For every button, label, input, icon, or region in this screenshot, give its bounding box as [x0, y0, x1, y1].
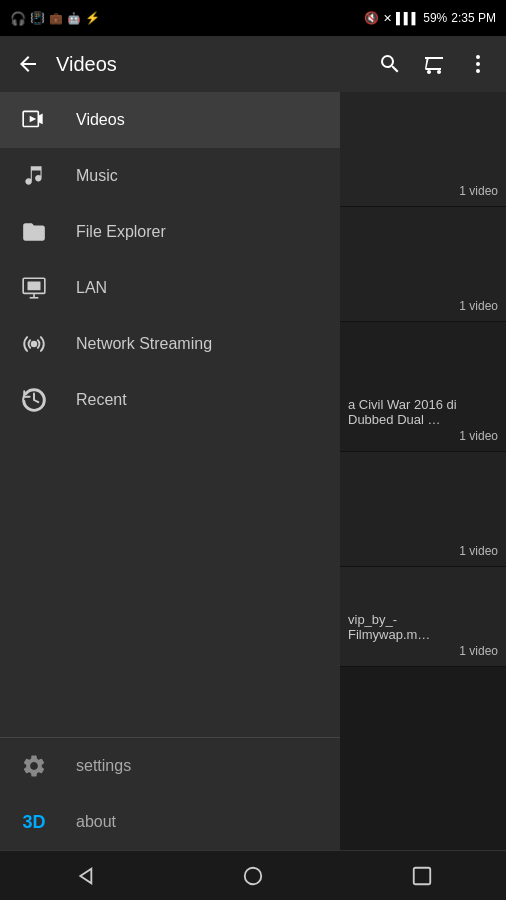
svg-point-2 [476, 69, 480, 73]
status-bar: 🎧 📳 💼 🤖 ⚡ 🔇 ✕ ▌▌▌ 59% 2:35 PM [0, 0, 506, 36]
list-item[interactable]: a Civil War 2016 di Dubbed Dual … 1 vide… [340, 322, 506, 452]
sidebar-item-file-explorer[interactable]: File Explorer [0, 204, 340, 260]
search-button[interactable] [370, 44, 410, 84]
folder-icon [20, 218, 48, 246]
android-icon: 🤖 [67, 12, 81, 25]
recent-icon [20, 386, 48, 414]
status-left-icons: 🎧 📳 💼 🤖 ⚡ [10, 11, 100, 26]
video-count: 1 video [459, 299, 498, 313]
settings-icon [20, 752, 48, 780]
svg-point-9 [31, 341, 38, 348]
battery-text: 59% [423, 11, 447, 25]
no-sound-icon: 🔇 [364, 11, 379, 25]
sidebar-item-network-streaming-label: Network Streaming [76, 335, 212, 353]
lan-icon [20, 274, 48, 302]
svg-point-0 [476, 55, 480, 59]
sidebar-item-music[interactable]: Music [0, 148, 340, 204]
app-bar: Videos [0, 36, 506, 92]
home-nav-button[interactable] [223, 856, 283, 896]
sidebar-item-file-explorer-label: File Explorer [76, 223, 166, 241]
content-area: 1 video 1 video a Civil War 2016 di Dubb… [340, 92, 506, 850]
svg-rect-12 [413, 867, 430, 884]
app-bar-actions [370, 44, 498, 84]
list-item[interactable]: 1 video [340, 452, 506, 567]
bottom-navigation [0, 850, 506, 900]
sidebar-item-music-label: Music [76, 167, 118, 185]
sidebar-item-about[interactable]: 3D about [0, 794, 340, 850]
nav-bottom: settings 3D about [0, 737, 340, 850]
no-data-icon: ✕ [383, 12, 392, 25]
list-item[interactable]: vip_by_-Filmywap.m… 1 video [340, 567, 506, 667]
sidebar-item-lan[interactable]: LAN [0, 260, 340, 316]
recents-nav-button[interactable] [392, 856, 452, 896]
video-icon [20, 106, 48, 134]
sidebar-item-network-streaming[interactable]: Network Streaming [0, 316, 340, 372]
folder-name: vip_by_-Filmywap.m… [348, 612, 466, 642]
svg-point-1 [476, 62, 480, 66]
back-button[interactable] [8, 44, 48, 84]
status-right-info: 🔇 ✕ ▌▌▌ 59% 2:35 PM [364, 11, 496, 25]
page-title: Videos [56, 53, 362, 76]
svg-rect-6 [28, 282, 41, 291]
video-count: 1 video [459, 544, 498, 558]
svg-point-11 [245, 867, 262, 884]
time-text: 2:35 PM [451, 11, 496, 25]
navigation-drawer: Videos Music File Explorer [0, 92, 340, 850]
sidebar-item-lan-label: LAN [76, 279, 107, 297]
vibrate-icon: 📳 [30, 11, 45, 25]
nav-items-list: Videos Music File Explorer [0, 92, 340, 737]
sidebar-item-recent-label: Recent [76, 391, 127, 409]
svg-marker-10 [81, 868, 92, 883]
sidebar-item-videos[interactable]: Videos [0, 92, 340, 148]
list-item[interactable]: 1 video [340, 207, 506, 322]
list-item[interactable]: 1 video [340, 92, 506, 207]
sidebar-item-about-label: about [76, 813, 116, 831]
more-options-button[interactable] [458, 44, 498, 84]
video-count: 1 video [459, 429, 498, 443]
folder-name: a Civil War 2016 di Dubbed Dual … [348, 397, 466, 427]
network-streaming-icon [20, 330, 48, 358]
back-nav-button[interactable] [54, 856, 114, 896]
svg-marker-4 [30, 116, 37, 123]
signal-icon: ▌▌▌ [396, 12, 419, 24]
video-count: 1 video [459, 644, 498, 658]
briefcase-icon: 💼 [49, 12, 63, 25]
music-icon [20, 162, 48, 190]
sidebar-item-settings-label: settings [76, 757, 131, 775]
usb-icon: ⚡ [85, 11, 100, 25]
video-count: 1 video [459, 184, 498, 198]
sidebar-item-recent[interactable]: Recent [0, 372, 340, 428]
sidebar-item-settings[interactable]: settings [0, 738, 340, 794]
cart-button[interactable] [414, 44, 454, 84]
main-layout: Videos Music File Explorer [0, 92, 506, 850]
sidebar-item-videos-label: Videos [76, 111, 125, 129]
3d-icon: 3D [20, 808, 48, 836]
headphone-icon: 🎧 [10, 11, 26, 26]
